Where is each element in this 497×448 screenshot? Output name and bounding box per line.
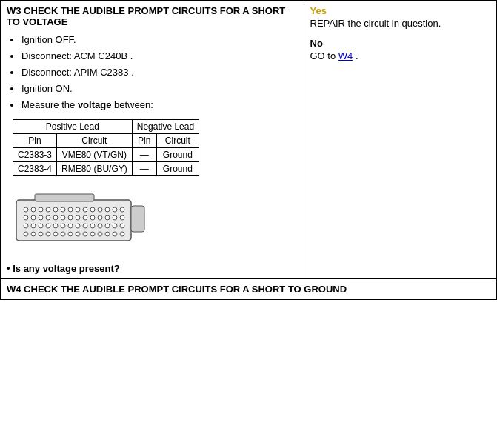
footer-row: W4 CHECK THE AUDIBLE PROMPT CIRCUITS FOR…	[1, 279, 497, 300]
yes-answer: Yes REPAIR the circuit in question.	[310, 5, 491, 29]
main-table: W3 CHECK THE AUDIBLE PROMPT CIRCUITS FOR…	[0, 0, 497, 300]
connector-diagram	[13, 185, 298, 254]
svg-point-55	[98, 232, 102, 236]
svg-point-23	[68, 215, 73, 220]
svg-point-18	[31, 215, 36, 220]
svg-point-47	[39, 232, 43, 236]
col-circuit-header: Circuit	[57, 134, 133, 148]
svg-point-41	[98, 224, 102, 228]
col-pin-header: Pin	[13, 134, 57, 148]
right-cell: Yes REPAIR the circuit in question. No G…	[304, 1, 497, 279]
svg-point-16	[120, 207, 124, 212]
list-item: Measure the voltage between:	[21, 97, 298, 113]
svg-point-35	[53, 224, 58, 228]
svg-point-43	[113, 224, 117, 228]
header-row-1: Positive Lead Negative Lead	[13, 120, 199, 134]
svg-point-31	[24, 224, 28, 228]
main-row: W3 CHECK THE AUDIBLE PROMPT CIRCUITS FOR…	[1, 1, 497, 279]
pin-2: C2383-4	[13, 162, 57, 176]
svg-point-30	[120, 215, 124, 220]
svg-point-20	[46, 215, 50, 220]
col-circuit2-header: Circuit	[156, 134, 199, 148]
no-answer: No GO to W4 .	[310, 38, 491, 61]
negative-lead-header: Negative Lead	[132, 120, 199, 134]
svg-point-17	[24, 215, 28, 220]
svg-point-49	[53, 232, 58, 236]
svg-point-8	[61, 207, 65, 212]
svg-point-51	[68, 232, 73, 236]
svg-point-48	[46, 232, 50, 236]
svg-point-7	[53, 207, 58, 212]
svg-point-10	[76, 207, 80, 212]
instruction-list: Ignition OFF. Disconnect: ACM C240B . Di…	[21, 32, 298, 113]
connector-svg	[13, 185, 161, 252]
svg-point-11	[83, 207, 87, 212]
svg-point-45	[24, 232, 28, 236]
pin-1: C2383-3	[13, 148, 57, 162]
svg-point-4	[31, 207, 36, 212]
pin2-1: —	[132, 148, 156, 162]
svg-point-58	[120, 232, 124, 236]
svg-point-53	[83, 232, 87, 236]
list-item: Disconnect: ACM C240B .	[21, 48, 298, 64]
svg-point-26	[90, 215, 95, 220]
svg-point-19	[39, 215, 43, 220]
list-item: Ignition ON.	[21, 81, 298, 97]
pin2-2: —	[132, 162, 156, 176]
measurement-table: Positive Lead Negative Lead Pin Circuit …	[13, 119, 199, 176]
col-pin2-header: Pin	[132, 134, 156, 148]
svg-point-37	[68, 224, 73, 228]
svg-point-27	[98, 215, 102, 220]
circuit-1: VME80 (VT/GN)	[57, 148, 133, 162]
no-text: GO to W4 .	[310, 50, 491, 61]
svg-point-34	[46, 224, 50, 228]
list-item: Ignition OFF.	[21, 32, 298, 48]
svg-point-56	[105, 232, 110, 236]
svg-point-28	[105, 215, 110, 220]
positive-lead-header: Positive Lead	[13, 120, 133, 134]
svg-point-29	[113, 215, 117, 220]
svg-point-3	[24, 207, 28, 212]
no-label: No	[310, 38, 323, 49]
svg-point-6	[46, 207, 50, 212]
w4-link[interactable]: W4	[338, 50, 353, 61]
svg-point-40	[90, 224, 95, 228]
yes-text: REPAIR the circuit in question.	[310, 18, 491, 29]
yes-label: Yes	[310, 5, 327, 16]
left-cell: W3 CHECK THE AUDIBLE PROMPT CIRCUITS FOR…	[1, 1, 304, 279]
svg-rect-1	[35, 194, 94, 201]
header-row-2: Pin Circuit Pin Circuit	[13, 134, 199, 148]
table-row: C2383-3 VME80 (VT/GN) — Ground	[13, 148, 199, 162]
question-text: Is any voltage present?	[13, 263, 120, 274]
svg-point-24	[76, 215, 80, 220]
svg-point-54	[90, 232, 95, 236]
table-row: C2383-4 RME80 (BU/GY) — Ground	[13, 162, 199, 176]
svg-point-12	[90, 207, 95, 212]
svg-point-21	[53, 215, 58, 220]
circuit2-1: Ground	[156, 148, 199, 162]
svg-point-15	[113, 207, 117, 212]
svg-point-39	[83, 224, 87, 228]
svg-rect-2	[131, 206, 144, 232]
svg-point-42	[105, 224, 110, 228]
svg-point-13	[98, 207, 102, 212]
footer-title: W4 CHECK THE AUDIBLE PROMPT CIRCUITS FOR…	[7, 284, 490, 295]
footer-cell: W4 CHECK THE AUDIBLE PROMPT CIRCUITS FOR…	[1, 279, 497, 300]
svg-point-38	[76, 224, 80, 228]
list-item: Disconnect: APIM C2383 .	[21, 64, 298, 81]
svg-point-50	[61, 232, 65, 236]
svg-point-32	[31, 224, 36, 228]
circuit-2: RME80 (BU/GY)	[57, 162, 133, 176]
question-line: • Is any voltage present?	[7, 263, 298, 274]
svg-point-36	[61, 224, 65, 228]
svg-point-9	[68, 207, 73, 212]
svg-point-5	[39, 207, 43, 212]
svg-point-14	[105, 207, 110, 212]
circuit2-2: Ground	[156, 162, 199, 176]
svg-point-52	[76, 232, 80, 236]
section-title: W3 CHECK THE AUDIBLE PROMPT CIRCUITS FOR…	[7, 5, 298, 27]
svg-point-57	[113, 232, 117, 236]
bold-voltage: voltage	[78, 99, 112, 110]
svg-point-33	[39, 224, 43, 228]
svg-point-46	[31, 232, 36, 236]
